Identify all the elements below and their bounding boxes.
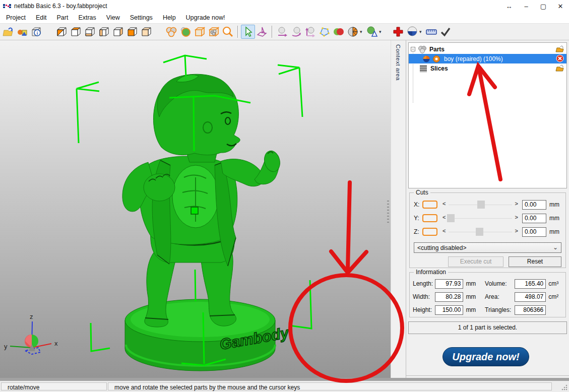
view-bottom-button[interactable] — [83, 25, 97, 39]
menu-bar: Project Edit Part Extras View Settings H… — [0, 12, 569, 23]
box-with-parts-icon — [208, 26, 220, 38]
upgrade-area: Upgrade now! — [406, 336, 569, 376]
view-left-button[interactable] — [97, 25, 111, 39]
cut-x-slider[interactable]: <> — [441, 200, 519, 209]
rotate-tool-button[interactable] — [289, 25, 303, 39]
collapse-icon[interactable]: − — [411, 47, 415, 51]
open-project-button[interactable] — [1, 25, 15, 39]
load-part-folder-icon[interactable] — [555, 45, 564, 53]
menu-edit[interactable]: Edit — [31, 13, 52, 22]
new-repair-button[interactable] — [391, 25, 405, 39]
view-front-button[interactable] — [125, 25, 139, 39]
part-repair-dropdown[interactable]: ▾ — [419, 29, 424, 34]
boolean-tool-button[interactable] — [332, 25, 346, 39]
cut-tool-button[interactable] — [346, 25, 360, 39]
maximize-icon[interactable]: ▢ — [535, 0, 552, 12]
cut-x-label: X: — [414, 201, 422, 208]
repair-script-dropdown[interactable]: ▾ — [379, 29, 384, 34]
cut-x-toggle[interactable] — [422, 201, 437, 209]
triangles-label: Triangles: — [485, 306, 515, 313]
tree-row-parts[interactable]: − Parts — [409, 44, 566, 54]
add-part-button[interactable] — [15, 25, 29, 39]
select-tool-button[interactable] — [241, 25, 255, 39]
window-title: netfabb Basic 6.3 - boy.fabbproject — [14, 3, 107, 10]
slider-thumb[interactable] — [447, 214, 455, 222]
volume-label: Volume: — [485, 280, 515, 287]
lasso-select-tool-button[interactable] — [255, 25, 269, 39]
parts-tree: − Parts boy (repaired) (100%) Slices — [408, 42, 567, 188]
part-information-button[interactable]: i — [29, 25, 43, 39]
cut-y-slider[interactable]: <> — [441, 214, 519, 223]
cut-z-toggle[interactable] — [422, 228, 437, 236]
slider-right-arrow[interactable]: > — [515, 214, 518, 220]
splitter-grip[interactable] — [387, 201, 389, 223]
show-bounding-box-button[interactable] — [193, 25, 207, 39]
slider-left-arrow[interactable]: < — [442, 214, 446, 220]
axis-z-label: z — [30, 313, 33, 320]
cut-z-slider[interactable]: <> — [441, 227, 519, 236]
minimize-icon[interactable]: – — [518, 0, 535, 12]
show-all-parts-button[interactable] — [164, 25, 178, 39]
show-parts-in-box-button[interactable] — [207, 25, 221, 39]
length-unit: mm — [466, 280, 480, 287]
width-unit: mm — [466, 293, 480, 300]
cut-y-toggle[interactable] — [422, 214, 437, 222]
view-top-button[interactable] — [69, 25, 83, 39]
apply-repair-button[interactable] — [438, 25, 453, 39]
information-title: Information — [414, 269, 448, 276]
menu-project[interactable]: Project — [1, 13, 31, 22]
slider-left-arrow[interactable]: < — [442, 201, 446, 207]
view-isometric-button[interactable] — [54, 25, 69, 39]
menu-upgrade-now[interactable]: Upgrade now! — [181, 13, 230, 22]
move-tool-button[interactable] — [275, 25, 289, 39]
netfabb-logo-icon — [3, 3, 11, 10]
slider-track — [449, 218, 512, 219]
cut-z-value[interactable] — [522, 227, 546, 237]
close-icon[interactable]: ✕ — [552, 0, 569, 12]
execute-cut-button[interactable]: Execute cut — [448, 256, 503, 267]
remove-part-icon[interactable] — [555, 54, 564, 62]
reset-button[interactable]: Reset — [509, 256, 561, 267]
area-unit: cm² — [548, 293, 562, 300]
view-left-icon — [98, 26, 110, 38]
zoom-button[interactable] — [221, 25, 235, 39]
tree-row-slices[interactable]: Slices — [409, 63, 566, 73]
slider-thumb[interactable] — [476, 228, 483, 236]
cut-y-value[interactable] — [522, 214, 546, 223]
repair-script-tool-button[interactable] — [365, 25, 379, 39]
menu-help[interactable]: Help — [158, 13, 181, 22]
menu-view[interactable]: View — [101, 13, 125, 22]
view-right-button[interactable] — [111, 25, 125, 39]
upgrade-now-button[interactable]: Upgrade now! — [442, 347, 529, 366]
menu-part[interactable]: Part — [51, 13, 73, 22]
cut-tool-dropdown[interactable]: ▾ — [360, 29, 365, 34]
slider-right-arrow[interactable]: > — [515, 201, 518, 207]
scale-tool-button[interactable] — [303, 25, 318, 39]
menu-settings[interactable]: Settings — [125, 13, 158, 22]
resize-icon[interactable]: ↔ — [500, 0, 518, 12]
mesh-edit-tool-button[interactable] — [318, 25, 332, 39]
boolean-spheres-icon — [333, 26, 345, 38]
measure-tool-button[interactable] — [424, 25, 438, 39]
slider-left-arrow[interactable]: < — [442, 228, 446, 234]
viewport-3d[interactable]: Gambody — [0, 40, 391, 378]
load-slice-folder-icon[interactable] — [555, 64, 564, 72]
resize-grip-icon[interactable] — [561, 384, 568, 391]
status-bar: rotate/move move and rotate the selected… — [0, 378, 569, 392]
axis-y-label: y — [4, 343, 8, 350]
cut-row-y: Y: <> mm — [414, 213, 561, 224]
cut-x-value[interactable] — [522, 200, 546, 210]
context-area-label: Context area — [395, 44, 401, 81]
show-selected-part-button[interactable] — [178, 25, 193, 39]
mesh-polygon-icon — [319, 26, 331, 38]
slider-right-arrow[interactable]: > — [515, 228, 518, 234]
view-back-button[interactable] — [139, 25, 153, 39]
tree-row-boy-part[interactable]: boy (repaired) (100%) — [409, 54, 566, 63]
view-bottom-icon — [84, 26, 96, 38]
slider-thumb[interactable] — [477, 201, 485, 209]
part-repair-button[interactable] — [405, 25, 419, 39]
cutting-mode-select[interactable]: <cutting disabled> ⌄ — [414, 242, 561, 253]
height-value — [435, 305, 463, 315]
menu-extras[interactable]: Extras — [73, 13, 101, 22]
bounding-box-icon — [194, 26, 206, 38]
